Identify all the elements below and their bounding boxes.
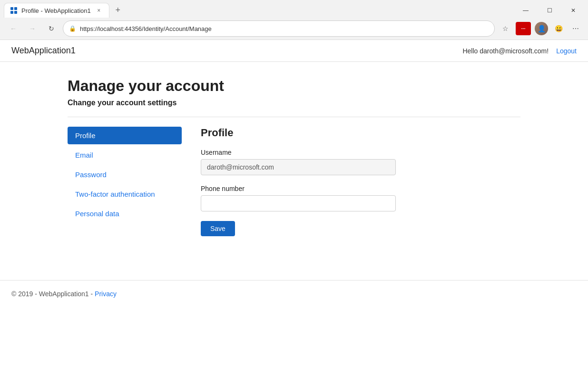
url-text: https://localhost:44356/Identity/Account… <box>80 25 489 32</box>
maximize-button[interactable]: ☐ <box>539 4 560 17</box>
browser-tab[interactable]: Profile - WebApplication1 × <box>4 3 109 18</box>
browser-chrome: Profile - WebApplication1 × + — ☐ ✕ ← → … <box>0 0 588 40</box>
save-button[interactable]: Save <box>201 221 235 236</box>
phone-input[interactable] <box>201 195 396 211</box>
app-footer: © 2019 - WebApplication1 - Privacy <box>0 280 588 307</box>
greeting-text: Hello daroth@microsoft.com! <box>462 47 549 55</box>
profile-content: Profile Username Phone number Save <box>201 127 520 236</box>
forward-button[interactable]: → <box>25 21 40 36</box>
username-label: Username <box>201 149 520 156</box>
browser-addressbar: ← → ↻ 🔒 https://localhost:44356/Identity… <box>0 18 588 40</box>
app-brand: WebApplication1 <box>11 46 76 56</box>
tab-title: Profile - WebApplication1 <box>21 7 91 14</box>
sidebar-item-personal-data[interactable]: Personal data <box>68 205 182 222</box>
app-main: Manage your account Change your account … <box>56 62 532 251</box>
svg-rect-3 <box>14 11 17 14</box>
sidebar: Profile Email Password Two-factor authen… <box>68 127 182 236</box>
sidebar-item-two-factor[interactable]: Two-factor authentication <box>68 185 182 203</box>
footer-text: © 2019 - WebApplication1 - <box>11 290 93 298</box>
section-title: Profile <box>201 127 520 139</box>
app-navbar: WebApplication1 Hello daroth@microsoft.c… <box>0 40 588 62</box>
sidebar-item-password[interactable]: Password <box>68 166 182 183</box>
browser-profile-avatar[interactable]: 👤 <box>535 22 548 35</box>
divider <box>68 117 520 117</box>
sidebar-item-profile[interactable]: Profile <box>68 127 182 144</box>
new-tab-button[interactable]: + <box>111 4 125 17</box>
refresh-button[interactable]: ↻ <box>44 21 59 36</box>
logout-link[interactable]: Logout <box>556 47 577 55</box>
sidebar-item-email[interactable]: Email <box>68 146 182 164</box>
svg-rect-0 <box>10 7 13 10</box>
username-group: Username <box>201 149 520 175</box>
privacy-link[interactable]: Privacy <box>95 290 117 298</box>
page-subheading: Change your account settings <box>68 99 520 107</box>
phone-group: Phone number <box>201 185 520 211</box>
tab-icon <box>10 7 18 14</box>
settings-button[interactable]: ⋯ <box>569 22 582 35</box>
tab-close-button[interactable]: × <box>95 6 103 15</box>
minimize-button[interactable]: — <box>515 4 537 17</box>
extensions-button[interactable]: ··· <box>516 22 531 35</box>
svg-rect-1 <box>14 7 17 10</box>
username-input[interactable] <box>201 159 396 175</box>
lock-icon: 🔒 <box>69 25 76 32</box>
window-controls: — ☐ ✕ <box>515 4 584 17</box>
svg-rect-2 <box>10 11 13 14</box>
address-bar[interactable]: 🔒 https://localhost:44356/Identity/Accou… <box>63 20 495 37</box>
back-button[interactable]: ← <box>6 21 21 36</box>
close-button[interactable]: ✕ <box>562 4 584 17</box>
phone-label: Phone number <box>201 185 520 192</box>
emoji-button[interactable]: 😀 <box>552 22 565 35</box>
nav-right: Hello daroth@microsoft.com! Logout <box>462 47 577 55</box>
browser-titlebar: Profile - WebApplication1 × + — ☐ ✕ <box>0 0 588 18</box>
page-heading: Manage your account <box>68 77 520 95</box>
favorites-button[interactable]: ☆ <box>499 22 512 35</box>
content-layout: Profile Email Password Two-factor authen… <box>68 127 520 236</box>
